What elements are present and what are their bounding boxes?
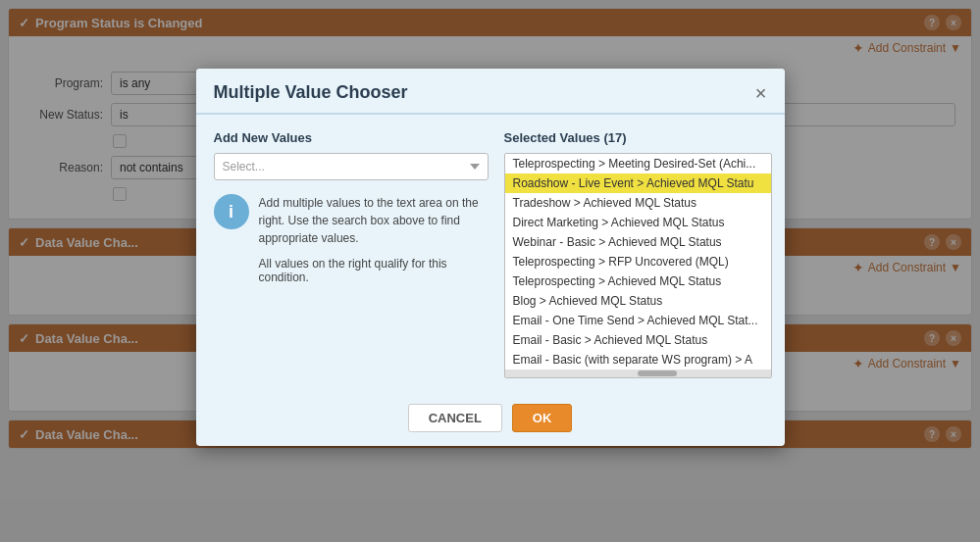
list-item[interactable]: Teleprospecting > RFP Uncovered (MQL) (505, 252, 771, 271)
modal-title: Multiple Value Chooser (214, 82, 408, 103)
add-values-select[interactable]: Select... (214, 153, 489, 180)
list-item[interactable]: Roadshow - Live Event > Achieved MQL Sta… (505, 173, 771, 193)
info-text-block: Add multiple values to the text area on … (259, 194, 489, 284)
values-list[interactable]: Teleprospecting > Meeting Desired-Set (A… (505, 154, 771, 370)
modal-multiple-value-chooser: Multiple Value Chooser × Add New Values … (196, 69, 785, 446)
list-item[interactable]: Teleprospecting > Meeting Desired-Set (A… (505, 154, 771, 173)
modal-overlay: Multiple Value Chooser × Add New Values … (0, 0, 980, 542)
list-item[interactable]: Email - Basic (with separate WS program)… (505, 350, 771, 370)
modal-header: Multiple Value Chooser × (196, 69, 785, 103)
cancel-button[interactable]: CANCEL (408, 404, 502, 432)
list-item[interactable]: Email - Basic > Achieved MQL Status (505, 330, 771, 350)
add-new-values-title: Add New Values (214, 130, 489, 145)
info-text-1: Add multiple values to the text area on … (259, 194, 489, 247)
values-list-container: Teleprospecting > Meeting Desired-Set (A… (504, 153, 772, 378)
ok-button[interactable]: OK (512, 404, 573, 432)
info-icon: i (214, 194, 249, 229)
values-scrollbar[interactable] (505, 370, 771, 377)
modal-body: Add New Values Select... i Add multiple … (196, 115, 785, 394)
list-item[interactable]: Tradeshow > Achieved MQL Status (505, 193, 771, 213)
modal-footer: CANCEL OK (196, 394, 785, 446)
values-scrollbar-thumb (638, 370, 677, 376)
modal-right-section: Selected Values (17) Teleprospecting > M… (504, 130, 772, 378)
modal-left-section: Add New Values Select... i Add multiple … (214, 130, 489, 378)
list-item[interactable]: Email - One Time Send > Achieved MQL Sta… (505, 311, 771, 330)
modal-info-box: i Add multiple values to the text area o… (214, 194, 489, 284)
list-item[interactable]: Blog > Achieved MQL Status (505, 291, 771, 311)
selected-values-title: Selected Values (17) (504, 130, 772, 145)
list-item[interactable]: Direct Marketing > Achieved MQL Status (505, 213, 771, 232)
modal-close-button[interactable]: × (755, 83, 767, 103)
info-text-2: All values on the right qualify for this… (259, 257, 489, 284)
list-item[interactable]: Webinar - Basic > Achieved MQL Status (505, 232, 771, 252)
list-item[interactable]: Teleprospecting > Achieved MQL Status (505, 271, 771, 291)
